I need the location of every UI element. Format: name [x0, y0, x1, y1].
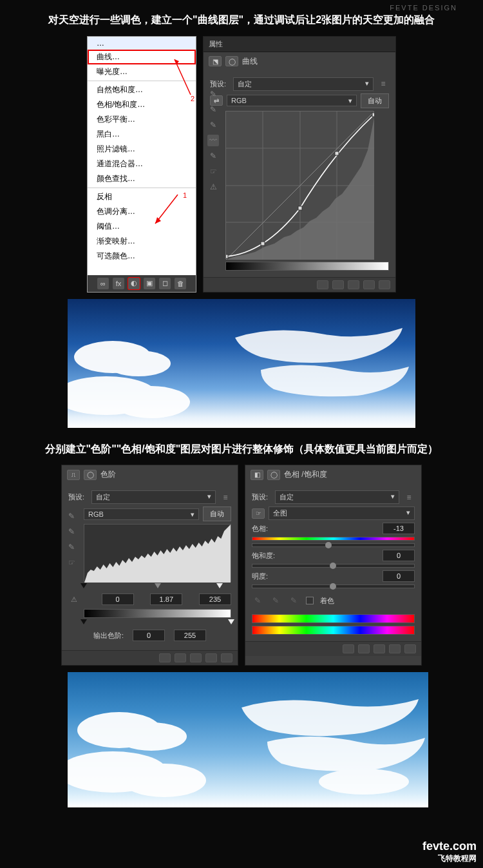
eyedropper-gray-icon[interactable]: ✎ — [207, 104, 219, 115]
menu-item-curves-highlighted[interactable]: 曲线… — [88, 50, 196, 64]
huesat-preset-select[interactable]: 自定 — [275, 490, 399, 504]
svg-rect-15 — [335, 151, 339, 155]
levels-delete-icon[interactable] — [221, 653, 232, 662]
huesat-footer — [245, 641, 421, 656]
sat-input[interactable] — [383, 550, 415, 561]
menu-item-photofilter[interactable]: 照片滤镜… — [88, 142, 196, 157]
levels-output-label: 输出色阶: — [93, 631, 124, 641]
sat-label: 饱和度: — [252, 551, 275, 561]
top-watermark: FEVTE DESIGN — [390, 4, 457, 12]
levels-eyedropper-gray-icon[interactable]: ✎ — [66, 526, 77, 537]
menu-item-exposure[interactable]: 曝光度… — [88, 64, 196, 79]
menu-item-channelmixer[interactable]: 通道混合器… — [88, 157, 196, 171]
trash-icon[interactable]: 🗑 — [175, 278, 186, 289]
adjustment-layer-icon[interactable]: ◐ — [128, 278, 140, 289]
annotation-2: 2 — [191, 95, 194, 102]
levels-input-slider[interactable] — [84, 583, 231, 591]
link-icon[interactable]: ∞ — [97, 278, 109, 289]
delete-icon[interactable] — [379, 280, 390, 289]
huesat-eyedropper-sub-icon[interactable]: ✎ — [288, 595, 299, 606]
huesat-clip-icon[interactable] — [343, 644, 354, 653]
levels-auto-button[interactable]: 自动 — [203, 506, 231, 521]
warning-icon[interactable]: ⚠ — [207, 181, 219, 193]
levels-visibility-icon[interactable] — [205, 653, 217, 662]
huesat-view-icon[interactable] — [358, 644, 370, 653]
menu-item-colorlookup[interactable]: 颜色查找… — [88, 171, 196, 186]
huesat-preset-menu-icon[interactable]: ≡ — [403, 492, 415, 503]
watermark: fevte.com 飞特教程网 — [422, 840, 477, 863]
curves-graph[interactable] — [225, 111, 374, 259]
levels-white-input[interactable] — [199, 593, 231, 605]
levels-output-slider[interactable] — [84, 619, 231, 627]
pencil-tool-icon[interactable]: ✎ — [207, 150, 219, 162]
hue-input[interactable] — [383, 523, 415, 534]
levels-output-gradient[interactable] — [84, 609, 231, 618]
lightness-slider[interactable] — [252, 584, 415, 588]
visibility-icon[interactable] — [363, 280, 375, 289]
levels-preset-label: 预设: — [68, 492, 88, 502]
levels-clip-icon[interactable] — [159, 653, 171, 662]
curves-panel: 属性 ⬔ ◯ 曲线 预设: 自定 ≡ ⇄ RGB 自动 ✎ ✎ ✎ 〰 ✎ — [203, 36, 396, 293]
folder-icon[interactable]: ▣ — [144, 278, 155, 289]
menu-item-top[interactable]: … — [88, 37, 196, 50]
eyedropper-white-icon[interactable]: ✎ — [207, 119, 219, 131]
preset-label: 预设: — [210, 79, 229, 89]
levels-black-input[interactable] — [102, 593, 134, 605]
hand-icon[interactable]: ☞ — [207, 166, 219, 177]
menu-item-colorbalance[interactable]: 色彩平衡… — [88, 112, 196, 127]
levels-eyedropper-black-icon[interactable]: ✎ — [66, 510, 77, 522]
huesat-eyedropper-icon[interactable]: ✎ — [252, 595, 263, 606]
levels-out-black-input[interactable] — [133, 630, 165, 641]
mask-icon[interactable]: ◯ — [225, 56, 238, 66]
fx-icon[interactable]: fx — [113, 278, 124, 289]
levels-channel-select[interactable]: RGB — [84, 508, 199, 520]
menu-item-selectivecolor[interactable]: 可选颜色… — [88, 249, 196, 264]
sat-slider[interactable] — [252, 564, 415, 568]
huesat-visibility-icon[interactable] — [389, 644, 401, 653]
levels-gamma-input[interactable] — [150, 593, 182, 605]
huesat-mask-icon[interactable]: ◯ — [267, 470, 280, 480]
targeted-adjust-icon[interactable]: ☞ — [252, 508, 265, 519]
levels-reset-icon[interactable] — [190, 653, 202, 662]
lightness-input[interactable] — [383, 570, 415, 582]
huesat-scope-select[interactable]: 全图 — [269, 506, 415, 520]
channel-select[interactable]: RGB — [227, 95, 357, 106]
auto-button[interactable]: 自动 — [361, 93, 389, 108]
levels-out-white-input[interactable] — [174, 630, 206, 641]
preset-menu-icon[interactable]: ≡ — [377, 78, 389, 90]
menu-item-bw[interactable]: 黑白… — [88, 127, 196, 142]
menu-item-vibrance[interactable]: 自然饱和度… — [88, 82, 196, 97]
menu-item-invert[interactable]: 反相 — [88, 189, 196, 204]
levels-mask-icon[interactable]: ◯ — [84, 470, 97, 480]
huesat-reset-icon[interactable] — [374, 644, 385, 653]
preset-select[interactable]: 自定 — [233, 77, 374, 91]
svg-point-24 — [116, 722, 187, 751]
view-previous-icon[interactable] — [332, 280, 344, 289]
levels-histogram[interactable] — [84, 524, 231, 582]
menu-item-gradientmap[interactable]: 渐变映射… — [88, 234, 196, 249]
input-gradient[interactable] — [225, 262, 389, 271]
levels-eyedroppers: ✎ ✎ ✎ ☞ — [66, 510, 77, 568]
eyedropper-black-icon[interactable]: ✎ — [207, 88, 219, 100]
hue-range-bottom — [252, 626, 415, 635]
levels-preset-select[interactable]: 自定 — [91, 490, 216, 504]
levels-view-icon[interactable] — [175, 653, 186, 662]
huesat-eyedropper-add-icon[interactable]: ✎ — [270, 595, 281, 606]
row-curves: … 曲线… 曝光度… 自然饱和度… 色相/饱和度… 色彩平衡… 黑白… 照片滤镜… — [19, 36, 464, 293]
menu-item-posterize[interactable]: 色调分离… — [88, 204, 196, 219]
curve-tool-icon[interactable]: 〰 — [207, 135, 219, 146]
colorize-checkbox[interactable] — [306, 597, 314, 604]
levels-eyedropper-white-icon[interactable]: ✎ — [66, 541, 77, 553]
heading-1: 对天空进行一些调色，建立一个"曲线图层"，通过调试后让2张图片的天空更加的融合 — [19, 12, 464, 28]
new-layer-icon[interactable]: ◻ — [159, 278, 171, 289]
huesat-delete-icon[interactable] — [404, 644, 416, 653]
clip-icon[interactable] — [317, 280, 328, 289]
menu-item-threshold[interactable]: 阈值… — [88, 219, 196, 234]
menu-item-huesat[interactable]: 色相/饱和度… — [88, 97, 196, 112]
hue-slider[interactable] — [252, 543, 415, 547]
properties-tab[interactable]: 属性 — [204, 37, 395, 52]
reset-icon[interactable] — [348, 280, 359, 289]
huesat-title: 色相 /饱和度 — [284, 469, 327, 480]
levels-preset-menu-icon[interactable]: ≡ — [220, 492, 231, 503]
levels-hand-icon[interactable]: ☞ — [66, 557, 77, 568]
